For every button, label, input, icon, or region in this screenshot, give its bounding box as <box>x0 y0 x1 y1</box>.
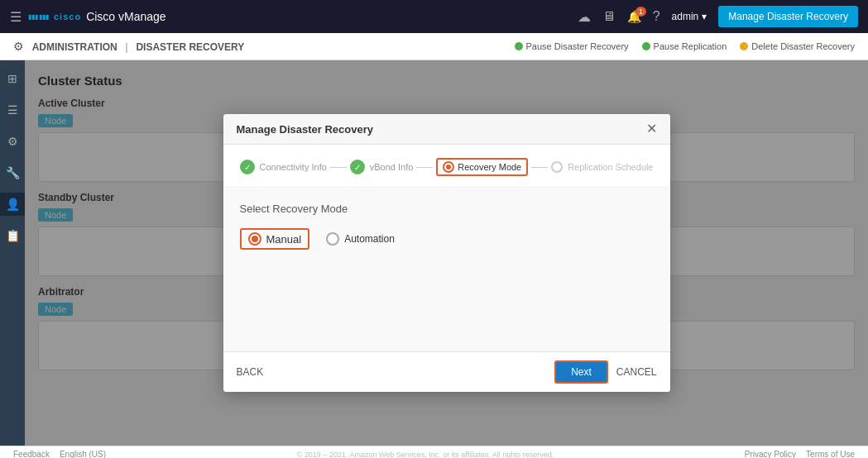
modal: Manage Disaster Recovery ✕ ✓ Connectivit… <box>223 114 670 392</box>
terms-link[interactable]: Terms of Use <box>806 450 855 458</box>
cancel-button[interactable]: CANCEL <box>616 366 657 378</box>
privacy-link[interactable]: Privacy Policy <box>745 450 796 458</box>
pause-dr-btn[interactable]: Pause Disaster Recovery <box>515 41 629 51</box>
sidebar-item-dashboard[interactable]: ⊞ <box>0 67 25 90</box>
pause-dr-dot <box>515 42 523 50</box>
topbar-right: ☁ 🖥 🔔 1 ? admin ▾ Manage Disaster Recove… <box>578 6 858 27</box>
recovery-mode-section-title: Select Recovery Mode <box>240 203 654 215</box>
step-recovery: Recovery Mode <box>436 158 528 176</box>
delete-dr-btn[interactable]: Delete Disaster Recovery <box>740 41 855 51</box>
wizard-steps: ✓ Connectivity Info ✓ vBond Info <box>223 145 670 186</box>
step-vbond-circle: ✓ <box>350 160 365 174</box>
delete-dr-label: Delete Disaster Recovery <box>751 41 855 51</box>
breadcrumb-separator: | <box>125 41 127 53</box>
automation-radio-item[interactable]: Automation <box>326 232 395 246</box>
server-icon: 🖥 <box>602 9 616 24</box>
notification-icon[interactable]: 🔔 1 <box>627 10 641 23</box>
sidebar-item-tools[interactable]: 🔧 <box>0 161 25 184</box>
modal-close-button[interactable]: ✕ <box>646 122 657 136</box>
status-actions: Pause Disaster Recovery Pause Replicatio… <box>515 41 856 51</box>
manual-radio-item[interactable]: Manual <box>240 228 310 250</box>
modal-header: Manage Disaster Recovery ✕ <box>223 114 670 145</box>
step-vbond-label: vBond Info <box>370 162 414 172</box>
sidebar-item-config[interactable]: ⚙ <box>0 130 25 153</box>
recovery-mode-options: Manual Automation <box>240 228 654 250</box>
breadcrumb: ⚙ ADMINISTRATION | DISASTER RECOVERY <box>13 40 244 53</box>
admin-label: admin <box>672 11 699 22</box>
step-vbond: ✓ vBond Info <box>350 160 414 174</box>
copyright-text: © 2019 – 2021. Amazon Web Services, Inc.… <box>297 451 554 459</box>
breadcrumb-bar: ⚙ ADMINISTRATION | DISASTER RECOVERY Pau… <box>0 33 868 60</box>
app-title: Cisco vManage <box>86 10 166 23</box>
step-connectivity-circle: ✓ <box>240 160 255 174</box>
delete-dr-dot <box>740 42 748 50</box>
sidebar: ⊞ ☰ ⚙ 🔧 👤 📋 <box>0 60 25 446</box>
sidebar-item-docs[interactable]: 📋 <box>0 224 25 247</box>
language-selector[interactable]: English (US) <box>60 450 106 458</box>
breadcrumb-admin: ADMINISTRATION <box>32 41 117 53</box>
step-line-1 <box>330 167 347 168</box>
step-recovery-label: Recovery Mode <box>458 162 521 172</box>
cisco-label: cisco <box>54 12 81 21</box>
footer-left: Feedback English (US) <box>13 450 106 458</box>
admin-menu[interactable]: admin ▾ <box>672 11 707 22</box>
step-connectivity: ✓ Connectivity Info <box>240 160 327 174</box>
admin-icon: ⚙ <box>13 40 24 53</box>
modal-body: Select Recovery Mode Manual Automa <box>223 186 670 351</box>
step-line-3 <box>531 167 548 168</box>
hamburger-icon[interactable]: ☰ <box>10 9 22 25</box>
help-icon[interactable]: ? <box>653 9 660 24</box>
manage-dr-button[interactable]: Manage Disaster Recovery <box>718 6 858 27</box>
manual-radio-outer <box>248 232 261 246</box>
modal-footer-right: Next CANCEL <box>554 360 656 384</box>
pause-replication-btn[interactable]: Pause Replication <box>642 41 727 51</box>
modal-title: Manage Disaster Recovery <box>237 123 373 136</box>
automation-radio-outer <box>326 232 339 246</box>
footer-right-links: Privacy Policy Terms of Use <box>745 450 855 458</box>
step-recovery-circle <box>443 161 454 173</box>
cloud-icon: ☁ <box>578 9 591 25</box>
sidebar-item-monitor[interactable]: ☰ <box>0 98 25 122</box>
modal-overlay: Manage Disaster Recovery ✕ ✓ Connectivit… <box>25 60 868 446</box>
step-replication-circle <box>551 161 563 173</box>
step-connectivity-label: Connectivity Info <box>260 162 327 172</box>
step-line-2 <box>416 167 433 168</box>
notif-badge-count: 1 <box>635 7 646 17</box>
step-replication: Replication Schedule <box>551 161 653 173</box>
pause-dr-label: Pause Disaster Recovery <box>526 41 629 51</box>
app-logo: ▮▮▮ ▮▮▮ cisco Cisco vManage <box>28 10 166 23</box>
step-replication-label: Replication Schedule <box>568 162 653 172</box>
next-button[interactable]: Next <box>554 360 608 384</box>
manual-radio-inner <box>252 236 258 242</box>
footer-bar: Feedback English (US) © 2019 – 2021. Ama… <box>0 446 868 458</box>
chevron-down-icon: ▾ <box>702 11 707 22</box>
manual-radio-label: Manual <box>266 233 302 246</box>
pause-replication-label: Pause Replication <box>654 41 727 51</box>
feedback-link[interactable]: Feedback <box>13 450 50 458</box>
topbar: ☰ ▮▮▮ ▮▮▮ cisco Cisco vManage ☁ 🖥 🔔 1 ? … <box>0 0 868 33</box>
automation-radio-label: Automation <box>344 233 395 245</box>
main-layout: ⊞ ☰ ⚙ 🔧 👤 📋 Cluster Status Active Cluste… <box>0 60 868 446</box>
sidebar-item-admin[interactable]: 👤 <box>0 193 25 216</box>
topbar-left: ☰ ▮▮▮ ▮▮▮ cisco Cisco vManage <box>10 9 166 25</box>
back-button[interactable]: BACK <box>237 366 264 378</box>
pause-replication-dot <box>642 42 650 50</box>
modal-footer: BACK Next CANCEL <box>223 351 670 392</box>
content-area: Cluster Status Active Cluster Node Dis..… <box>25 60 868 446</box>
breadcrumb-page: DISASTER RECOVERY <box>136 41 244 53</box>
